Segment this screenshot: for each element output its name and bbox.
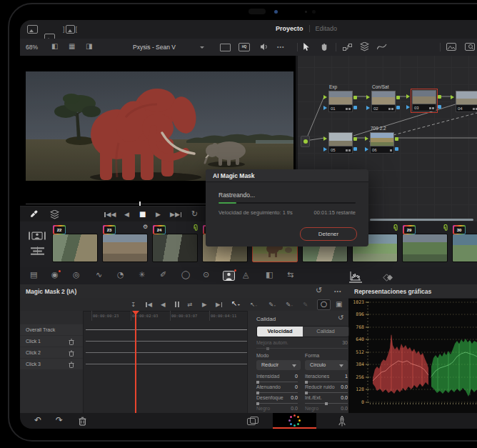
node-05[interactable]: 05 [328, 132, 353, 154]
delete-track-icon-1[interactable] [69, 339, 74, 345]
stroke-add-icon[interactable]: ✎₊ [268, 301, 276, 309]
layers-icon[interactable] [360, 42, 369, 51]
qualifier-icon[interactable]: ◔ [117, 270, 124, 280]
step-back-icon[interactable]: ◀ [161, 301, 166, 308]
clip-title-dropdown[interactable]: Pxysis - Sean V [111, 44, 197, 51]
reset-icon[interactable]: ↺ [316, 287, 322, 294]
split-view-icon[interactable]: ◧ [51, 43, 58, 50]
camera-raw-icon[interactable]: ▤ [30, 270, 37, 280]
pause-icon[interactable] [174, 302, 180, 309]
grid-view-icon[interactable]: ▦ [69, 43, 75, 50]
track-to-end-icon[interactable]: ▶ [216, 301, 222, 308]
wipe-icon[interactable] [220, 44, 231, 51]
lightbox-view-icon[interactable]: ][ [63, 25, 77, 34]
trash-button[interactable] [79, 417, 86, 426]
key-icon[interactable]: ◧ [266, 270, 273, 280]
magic-mask-icon[interactable] [223, 271, 235, 284]
stroke-remove-icon[interactable]: ✎₋ [286, 301, 293, 309]
track-down-icon[interactable]: ↧ [131, 301, 136, 308]
warper-icon[interactable]: ✳ [139, 270, 145, 280]
keyframes-icon[interactable] [383, 272, 394, 284]
auto-improve-slider[interactable] [256, 348, 348, 349]
delete-track-icon-3[interactable] [69, 362, 74, 368]
wipe-modes-icon[interactable] [50, 210, 59, 219]
power-window-icon[interactable]: ◯ [181, 270, 190, 280]
settings-reset-icon[interactable]: ↺ [338, 314, 343, 322]
hand-tool-icon[interactable] [320, 43, 328, 51]
tracker-icon[interactable]: ⊙ [203, 270, 209, 280]
color-page-tab-active[interactable] [273, 413, 316, 429]
track-row-click1[interactable]: Click 1 [20, 336, 83, 347]
play-reverse-button[interactable]: ◀ [124, 211, 129, 218]
toggle-velocidad[interactable]: Velocidad [257, 327, 303, 337]
more-options-icon[interactable]: ••• [277, 44, 284, 49]
zoom-level[interactable]: 68% [26, 44, 38, 51]
node-06[interactable]: 709 2.2 06 [370, 132, 394, 154]
loop-button[interactable]: ↻ [191, 210, 198, 218]
stills-icon[interactable] [446, 43, 456, 51]
quality-toggle[interactable]: Velocidad Calidad [256, 326, 349, 337]
iterations-slider[interactable] [305, 382, 348, 382]
curves-icon[interactable]: ∿ [96, 270, 102, 280]
quick-export-rocket-icon[interactable] [337, 416, 347, 427]
node-graph-scrollbar[interactable] [370, 219, 473, 221]
clip-thumbnail-22[interactable]: 22 [52, 234, 98, 262]
timeline-view-icon[interactable] [31, 247, 44, 255]
clips-view-icon[interactable] [29, 231, 46, 241]
node-01[interactable]: Exp 01 [328, 91, 353, 112]
stop-tracking-button[interactable]: Detener [300, 227, 357, 241]
undo-button[interactable]: ↶ [34, 416, 41, 424]
node-04[interactable]: 04 [456, 91, 477, 112]
track-row-click2[interactable]: Click 2 [20, 347, 83, 358]
clip-thumbnail-29[interactable]: 29 [402, 234, 448, 262]
speaker-icon[interactable] [260, 43, 268, 51]
go-to-end-button[interactable]: ▶▶ [170, 211, 181, 218]
wand-icon[interactable]: ✐ [160, 270, 166, 280]
eyedropper-icon[interactable] [30, 210, 38, 219]
stroke-dim-icon[interactable]: ✎ [303, 301, 308, 308]
node-link-icon[interactable] [343, 44, 352, 51]
picker-remove-icon[interactable]: ↖₋ [250, 301, 257, 309]
node-03-selected[interactable]: 03 [412, 90, 436, 111]
sizing-icon[interactable]: ⇆ [287, 270, 293, 280]
spline-icon[interactable] [377, 44, 387, 51]
inout-slider[interactable] [305, 403, 348, 404]
shape-dropdown[interactable]: Círculo [305, 360, 348, 370]
node-02[interactable]: Con/Sat 02 [371, 91, 396, 112]
blur-icon[interactable]: ◬ [243, 270, 248, 280]
tab-edited[interactable]: Editado [309, 25, 338, 32]
track-row-overall[interactable]: Overall Track [20, 324, 83, 335]
toggle-calidad[interactable]: Calidad [303, 327, 348, 337]
cut-page-icon[interactable] [247, 417, 258, 426]
mask-overlay-toggle[interactable]: ◯ [317, 299, 331, 310]
cursor-tool-icon[interactable] [303, 43, 310, 51]
clip-thumbnail-23[interactable]: 23 [102, 234, 148, 262]
redo-button[interactable]: ↷ [56, 416, 63, 424]
track-row-click3[interactable]: Click 3 [20, 359, 83, 369]
picker-add-icon[interactable]: ↖₊ [231, 300, 240, 308]
source-node[interactable] [301, 136, 310, 147]
track-to-start-icon[interactable]: ◀ [146, 301, 152, 308]
blur-slider[interactable] [256, 403, 298, 404]
intensity-slider[interactable] [256, 382, 298, 382]
ab-compare-icon[interactable]: ◨ [86, 43, 92, 50]
denoise-slider[interactable] [305, 392, 348, 393]
timeline-playhead[interactable] [135, 311, 136, 413]
dialog-title-bar[interactable]: AI Magic Mask [206, 169, 368, 182]
hdr-wheels-icon[interactable]: ◎ [73, 270, 80, 280]
feather-slider[interactable] [256, 392, 298, 393]
clip-thumbnail-24[interactable]: 24 [152, 234, 198, 262]
step-forward-icon[interactable]: ▶ [202, 301, 207, 308]
track-both-icon[interactable]: ⇄ [187, 301, 192, 308]
clip-thumbnail-30[interactable]: 30 [452, 234, 477, 262]
mask-layers-icon[interactable]: ▣ [336, 301, 342, 308]
play-button[interactable]: ▶ [156, 211, 161, 218]
lut-browser-icon[interactable] [465, 43, 475, 51]
go-to-start-button[interactable]: ◀◀ [104, 211, 116, 218]
stop-button[interactable]: ■ [139, 211, 146, 218]
panel-options-icon[interactable]: ••• [334, 289, 341, 294]
mode-dropdown[interactable]: Reducir [256, 360, 301, 370]
tab-project[interactable]: Proyecto [276, 25, 303, 32]
color-wheels-icon[interactable]: ◉ [51, 270, 59, 280]
hq-icon[interactable]: HQ [239, 43, 250, 51]
